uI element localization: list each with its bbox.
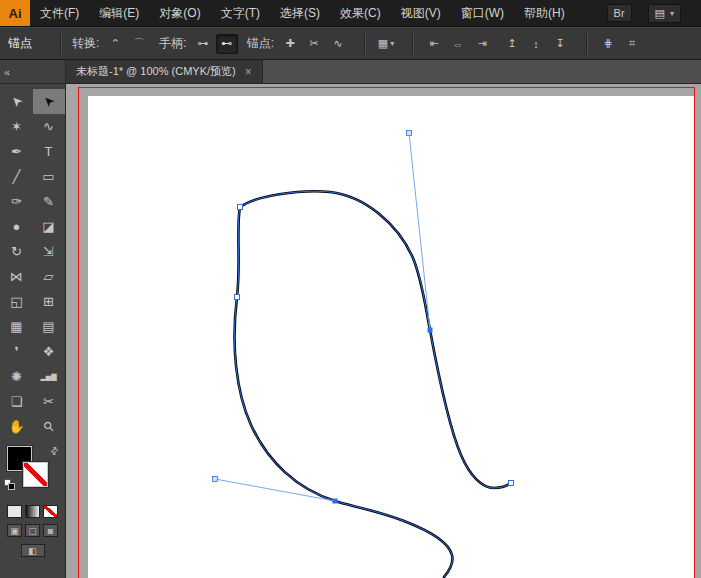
convert-group-label: 转换: [72, 35, 99, 52]
tab-close-icon[interactable]: × [245, 65, 252, 79]
menu-edit[interactable]: 编辑(E) [89, 0, 149, 26]
anchor-point[interactable] [238, 205, 243, 210]
perspective-grid-tool[interactable]: ⊞ [33, 289, 65, 314]
gradient-button[interactable] [25, 505, 40, 518]
tool-grid: ➤➤✶∿✒T╱▭✑✎●◪↻⇲⋈▱◱⊞▦▤❜❖✺▂▅▇❏✂✋⚲ [0, 84, 65, 439]
handles-group: 手柄:⊶⊷ [157, 34, 238, 54]
rotate-tool[interactable]: ↻ [1, 239, 33, 264]
selection-tool[interactable]: ➤ [1, 89, 33, 114]
shape-builder-tool[interactable]: ◱ [1, 289, 33, 314]
rectangle-tool[interactable]: ▭ [33, 164, 65, 189]
color-button[interactable] [7, 505, 22, 518]
anchor-point[interactable] [235, 295, 240, 300]
free-transform-tool[interactable]: ▱ [33, 264, 65, 289]
connect-anchor-button[interactable]: ∿ [327, 34, 349, 54]
lasso-tool[interactable]: ∿ [33, 114, 65, 139]
align-right-button[interactable]: ⇥ [471, 34, 493, 54]
line-segment-tool[interactable]: ╱ [1, 164, 33, 189]
separator [586, 33, 588, 55]
pen-tool[interactable]: ✒ [1, 139, 33, 164]
scale-tool[interactable]: ⇲ [33, 239, 65, 264]
menu-view[interactable]: 视图(V) [391, 0, 451, 26]
convert-to-smooth-button[interactable]: ⌒ [128, 34, 150, 54]
eraser-tool[interactable]: ◪ [33, 214, 65, 239]
launch-bridge-button[interactable]: Br [607, 4, 632, 22]
fill-stroke-controls: ⇄ [0, 443, 65, 499]
separator [60, 33, 62, 55]
collapse-panel-icon[interactable]: « [4, 66, 10, 78]
menu-object[interactable]: 对象(O) [149, 0, 210, 26]
menu-file[interactable]: 文件(F) [30, 0, 89, 26]
blob-brush-tool[interactable]: ● [1, 214, 33, 239]
draw-normal-button[interactable]: ▣ [7, 524, 22, 537]
artboard-tool[interactable]: ❏ [1, 389, 33, 414]
align-left-button[interactable]: ⇤ [423, 34, 445, 54]
mesh-tool[interactable]: ▦ [1, 314, 33, 339]
pencil-tool[interactable]: ✎ [33, 189, 65, 214]
direction-handle-endpoint[interactable] [213, 477, 218, 482]
default-fill-stroke-icon[interactable] [4, 479, 15, 490]
menu-type[interactable]: 文字(T) [211, 0, 270, 26]
width-tool[interactable]: ⋈ [1, 264, 33, 289]
column-graph-tool[interactable]: ▂▅▇ [33, 364, 65, 389]
align-bottom-button[interactable]: ↧ [549, 34, 571, 54]
menu-window[interactable]: 窗口(W) [451, 0, 514, 26]
menu-help[interactable]: 帮助(H) [514, 0, 575, 26]
convert-to-corner-button[interactable]: ⌃ [104, 34, 126, 54]
arrange-documents-button[interactable]: ▤▾ [648, 4, 681, 23]
draw-behind-button[interactable]: ▢ [25, 524, 40, 537]
zoom-tool-icon: ⚲ [41, 419, 57, 435]
gradient-tool-icon: ▤ [42, 320, 54, 333]
document-tab[interactable]: 未标题-1* @ 100% (CMYK/预览) × [66, 60, 263, 83]
control-bar: 锚点 转换:⌃⌒手柄:⊶⊷锚点:✚✂∿▦▾⇤⇔⇥↥↕↧⋕⌗ [0, 27, 701, 60]
remove-anchor-button[interactable]: ✂ [303, 34, 325, 54]
distribute-v-button[interactable]: ⌗ [621, 34, 643, 54]
line-segment-tool-icon: ╱ [13, 170, 21, 183]
align-top-button[interactable]: ↥ [501, 34, 523, 54]
canvas-area[interactable] [66, 84, 701, 578]
appbar-icons: Br▤▾ [607, 0, 701, 26]
none-button[interactable] [43, 505, 58, 518]
show-handles-button[interactable]: ⊶ [192, 34, 214, 54]
add-anchor-button[interactable]: ✚ [279, 34, 301, 54]
direct-selection-tool[interactable]: ➤ [33, 89, 65, 114]
gradient-tool[interactable]: ▤ [33, 314, 65, 339]
screen-mode-button[interactable]: ◧ [21, 544, 45, 557]
align-h-center-button[interactable]: ⇔ [447, 34, 469, 54]
anchor-point-selected[interactable] [333, 499, 338, 504]
symbol-sprayer-tool[interactable]: ✺ [1, 364, 33, 389]
distribute-group: ⋕⌗ [596, 34, 644, 54]
blob-brush-tool-icon: ● [13, 220, 21, 233]
swap-fill-stroke-icon[interactable]: ⇄ [47, 444, 61, 458]
free-transform-tool-icon: ▱ [44, 270, 54, 283]
scale-tool-icon: ⇲ [43, 245, 54, 258]
pencil-tool-icon: ✎ [43, 195, 54, 208]
draw-inside-button[interactable]: ◙ [43, 524, 58, 537]
selection-path-overlay [235, 191, 511, 577]
anchors-group-label: 锚点: [247, 35, 274, 52]
eyedropper-tool[interactable]: ❜ [1, 339, 33, 364]
menu-select[interactable]: 选择(S) [270, 0, 330, 26]
direction-handle-endpoint[interactable] [407, 131, 412, 136]
slice-tool[interactable]: ✂ [33, 389, 65, 414]
magic-wand-tool[interactable]: ✶ [1, 114, 33, 139]
drawn-path[interactable] [235, 191, 511, 577]
blend-tool[interactable]: ❖ [33, 339, 65, 364]
magic-wand-tool-icon: ✶ [11, 120, 22, 133]
blend-tool-icon: ❖ [43, 345, 55, 358]
align-v-middle-button[interactable]: ↕ [525, 34, 547, 54]
shape-builder-tool-icon: ◱ [10, 295, 22, 308]
distribute-h-button[interactable]: ⋕ [597, 34, 619, 54]
transform-group: ▦▾ [374, 34, 398, 54]
paintbrush-tool[interactable]: ✑ [1, 189, 33, 214]
zoom-tool[interactable]: ⚲ [33, 414, 65, 439]
hide-handles-button[interactable]: ⊷ [216, 34, 238, 54]
anchor-point-selected[interactable] [428, 328, 433, 333]
type-tool[interactable]: T [33, 139, 65, 164]
stroke-swatch[interactable] [23, 462, 48, 487]
lasso-tool-icon: ∿ [43, 120, 54, 133]
transform-menu-button[interactable]: ▦▾ [375, 34, 397, 54]
hand-tool[interactable]: ✋ [1, 414, 33, 439]
anchor-point[interactable] [509, 481, 514, 486]
menu-effect[interactable]: 效果(C) [330, 0, 391, 26]
